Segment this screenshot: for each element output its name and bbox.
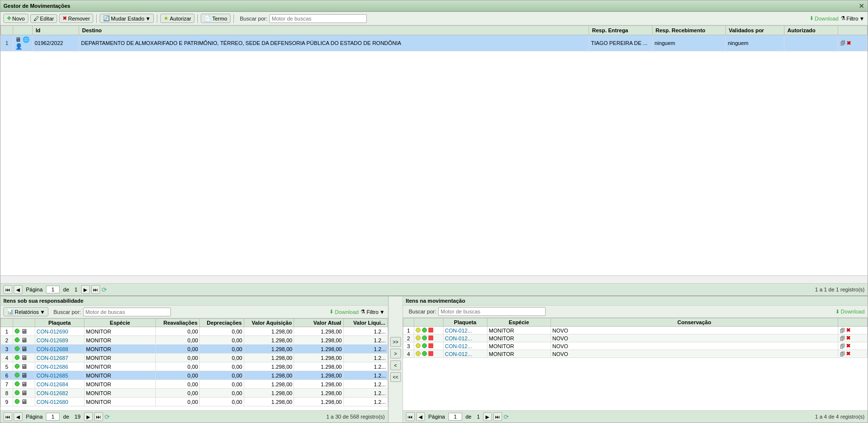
- main-table-wrapper[interactable]: Id Destino Resp. Entrega Resp. Recebimen…: [0, 25, 868, 275]
- panel-left-table-wrapper[interactable]: Plaqueta Espécie Reavaliações Depreciaçõ…: [0, 318, 388, 410]
- row-conservacao: NOVO: [550, 327, 838, 334]
- pl-next-page-button[interactable]: ▶: [84, 412, 93, 421]
- termo-button[interactable]: 📄 Termo: [201, 14, 231, 23]
- pr-prev-page-button[interactable]: ◀: [416, 412, 425, 421]
- table-row[interactable]: 1 🖥 🌐 👤 01962/2022 DEPARTAMENTO DE ALMOX…: [1, 35, 868, 51]
- list-item[interactable]: 3 CON-012... MONITOR NOVO 🗐 ✖: [403, 342, 867, 350]
- row-id: 01962/2022: [33, 35, 79, 51]
- list-item[interactable]: 6 🖥 CON-012685 MONITOR 0,00 0,00 1.298,0…: [1, 371, 388, 380]
- pr-next-page-button[interactable]: ▶: [483, 412, 492, 421]
- copy-icon[interactable]: 🗐: [840, 335, 845, 341]
- list-item[interactable]: 2 CON-012... MONITOR NOVO 🗐 ✖: [403, 334, 867, 342]
- pl-prev-page-button[interactable]: ◀: [14, 412, 22, 421]
- row-icons: 🖥: [13, 327, 35, 336]
- autorizar-label: Autorizar: [169, 16, 191, 22]
- pl-refresh-button[interactable]: ⟳: [105, 413, 110, 421]
- delete-icon[interactable]: ✖: [846, 351, 850, 357]
- copy-icon[interactable]: 🗐: [840, 351, 845, 357]
- copy-icon[interactable]: 🗐: [840, 40, 846, 46]
- panel-left-toolbar: 📊 Relatórios ▼ Buscar por: ⬇ Download ⚗ …: [0, 306, 388, 318]
- autorizar-button[interactable]: ★ Autorizar: [160, 14, 194, 23]
- pr-col-actions: [838, 318, 868, 327]
- pr-total-pages: 1: [477, 414, 480, 420]
- row-actions[interactable]: 🗐 ✖: [838, 342, 868, 350]
- pr-page-input[interactable]: [448, 413, 462, 421]
- list-item[interactable]: 3 🖥 CON-012688 MONITOR 0,00 0,00 1.298,0…: [1, 345, 388, 354]
- pl-page-input[interactable]: [46, 413, 60, 421]
- close-button[interactable]: ✕: [859, 2, 865, 10]
- pl-col-valor-liq: Valor Líqui...: [343, 319, 387, 327]
- green-circle-icon: [422, 328, 427, 333]
- row-plaqueta: CON-012685: [35, 371, 84, 380]
- pr-col-icons: [414, 318, 443, 327]
- delete-icon[interactable]: ✖: [846, 343, 850, 349]
- termo-icon: 📄: [204, 15, 211, 22]
- row-actions[interactable]: 🗐 ✖: [838, 35, 868, 51]
- search-input[interactable]: [269, 14, 367, 23]
- panel-right-search-input[interactable]: [438, 307, 546, 316]
- panel-right-table-wrapper[interactable]: Plaqueta Espécie Conservação 1 CON-012..…: [403, 318, 868, 410]
- download-button[interactable]: ⬇ Download: [809, 15, 839, 22]
- list-item[interactable]: 9 🖥 CON-012680 MONITOR 0,00 0,00 1.298,0…: [1, 398, 388, 406]
- row-actions[interactable]: 🗐 ✖: [838, 350, 868, 358]
- yellow-circle-icon: [416, 335, 421, 340]
- list-item[interactable]: 1 CON-012... MONITOR NOVO 🗐 ✖: [403, 327, 867, 334]
- delete-icon[interactable]: ✖: [847, 40, 851, 46]
- list-item[interactable]: 4 CON-012... MONITOR NOVO 🗐 ✖: [403, 350, 867, 358]
- remove-all-button[interactable]: <<: [390, 372, 401, 382]
- relatorios-button[interactable]: 📊 Relatórios ▼: [3, 307, 48, 316]
- list-item[interactable]: 8 🖥 CON-012682 MONITOR 0,00 0,00 1.298,0…: [1, 389, 388, 398]
- row-valor-aquis: 1.298,00: [244, 371, 294, 380]
- pl-last-page-button[interactable]: ⏭: [94, 412, 103, 421]
- green-circle-icon: [422, 351, 427, 356]
- page-input[interactable]: [46, 286, 60, 293]
- delete-icon[interactable]: ✖: [846, 335, 850, 341]
- prev-page-button[interactable]: ◀: [14, 285, 22, 294]
- horizontal-scrollbar[interactable]: [0, 275, 868, 283]
- copy-icon[interactable]: 🗐: [840, 343, 845, 349]
- remove-one-button[interactable]: <: [390, 360, 401, 370]
- pl-total-pages: 19: [75, 414, 81, 420]
- delete-icon[interactable]: ✖: [846, 327, 850, 334]
- refresh-button[interactable]: ⟳: [102, 286, 107, 293]
- green-circle-icon: [15, 329, 20, 334]
- mudar-estado-button[interactable]: 🔄 Mudar Estado ▼: [100, 14, 154, 23]
- list-item[interactable]: 7 🖥 CON-012684 MONITOR 0,00 0,00 1.298,0…: [1, 380, 388, 389]
- row-icons: 🖥 🌐 👤: [13, 35, 33, 51]
- pr-last-page-button[interactable]: ⏭: [493, 412, 502, 421]
- row-icons: 🖥: [13, 380, 35, 389]
- panel-left-filter-arrow-icon: ▼: [380, 309, 385, 315]
- list-item[interactable]: 4 🖥 CON-012687 MONITOR 0,00 0,00 1.298,0…: [1, 354, 388, 362]
- list-item[interactable]: 5 🖥 CON-012686 MONITOR 0,00 0,00 1.298,0…: [1, 362, 388, 371]
- relatorios-arrow-icon: ▼: [40, 309, 45, 315]
- filter-icon: ⚗: [841, 15, 846, 22]
- list-item[interactable]: 2 🖥 CON-012689 MONITOR 0,00 0,00 1.298,0…: [1, 336, 388, 345]
- row-icons: 🖥: [13, 398, 35, 406]
- filtro-button[interactable]: ⚗ Filtro ▼: [841, 15, 865, 22]
- add-all-button[interactable]: >>: [390, 337, 401, 347]
- copy-icon[interactable]: 🗐: [840, 328, 845, 334]
- novo-button[interactable]: ✚ Novo: [3, 14, 28, 23]
- pl-first-page-button[interactable]: ⏮: [3, 412, 12, 421]
- row-valor-liq: 1.2...: [343, 371, 387, 380]
- pr-first-page-button[interactable]: ⏮: [406, 412, 415, 421]
- last-page-button[interactable]: ⏭: [91, 285, 100, 294]
- panel-left-filtro-button[interactable]: ⚗ Filtro ▼: [360, 309, 384, 315]
- panel-right-download-button[interactable]: ⬇ Download: [835, 309, 865, 315]
- row-num: 4: [403, 350, 414, 358]
- panel-left-search-input[interactable]: [83, 308, 171, 316]
- next-page-button[interactable]: ▶: [81, 285, 90, 294]
- editar-button[interactable]: 🖊 Editar: [30, 14, 58, 23]
- row-plaqueta: CON-012680: [35, 398, 84, 406]
- panel-left-download-button[interactable]: ⬇ Download: [329, 309, 359, 315]
- row-destino: DEPARTAMENTO DE ALMOXARIFADO E PATRIMÔNI…: [79, 35, 589, 51]
- add-one-button[interactable]: >: [390, 349, 401, 358]
- row-especie: MONITOR: [85, 354, 156, 362]
- first-page-button[interactable]: ⏮: [3, 285, 12, 294]
- remover-button[interactable]: ✖ Remover: [59, 14, 93, 23]
- row-actions[interactable]: 🗐 ✖: [838, 327, 868, 334]
- pr-refresh-button[interactable]: ⟳: [504, 413, 509, 421]
- row-actions[interactable]: 🗐 ✖: [838, 334, 868, 342]
- row-depreciacao: 0,00: [200, 389, 244, 398]
- list-item[interactable]: 1 🖥 CON-012690 MONITOR 0,00 0,00 1.298,0…: [1, 327, 388, 336]
